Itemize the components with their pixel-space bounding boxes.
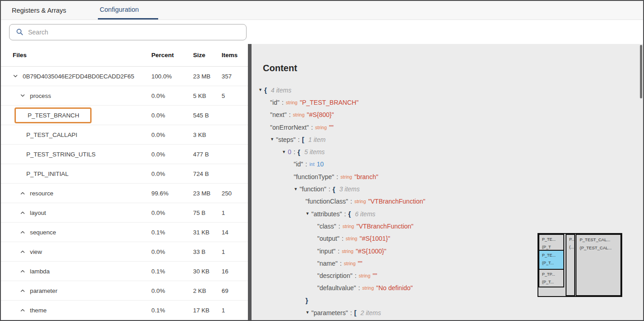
file-name: 0B79D4035046E2FDD4BD0ECADD2F65 — [23, 73, 134, 80]
file-name-cell: 0B79D4035046E2FDD4BD0ECADD2F65 — [1, 73, 134, 80]
file-items: 16 — [222, 268, 228, 275]
panel-divider-scrollbar[interactable] — [248, 44, 252, 320]
file-row-parameter[interactable]: parameter0.0%2 KB69 — [1, 281, 248, 301]
json-row: "onErrorNext":string"" — [252, 121, 643, 133]
json-value: "VTBranchFunction" — [356, 223, 413, 230]
items-count: 6 items — [351, 210, 375, 218]
chevron-up-icon[interactable] — [20, 190, 25, 196]
search-box[interactable] — [9, 24, 247, 40]
collapse-toggle-icon[interactable]: ▼ — [294, 187, 298, 191]
file-name-cell: P_TEST_CALLAPI — [1, 131, 77, 138]
file-percent: 100.0% — [151, 73, 172, 80]
chevron-up-icon[interactable] — [20, 210, 25, 215]
vertical-scrollbar-thumb[interactable] — [640, 45, 642, 98]
column-header-size: Size — [193, 52, 205, 58]
file-row-P_TEST_CALLAPI[interactable]: P_TEST_CALLAPI0.0%3 KB — [1, 125, 248, 145]
json-value: "" — [329, 124, 334, 131]
json-row: ▼0:{5 items — [252, 146, 643, 158]
close-brace: } — [305, 297, 308, 304]
json-key: "parameters" — [311, 309, 348, 316]
file-items: 1 — [222, 209, 225, 216]
file-row-resource[interactable]: resource99.6%23 MB250 — [1, 184, 248, 203]
chevron-up-icon[interactable] — [20, 288, 25, 293]
collapse-toggle-icon[interactable]: ▼ — [282, 150, 286, 154]
file-items: 14 — [222, 229, 228, 236]
file-name-cell: lambda — [1, 268, 50, 275]
file-row-P_TPL_INITIAL[interactable]: P_TPL_INITIAL0.0%724 B — [1, 164, 248, 184]
minimap-node[interactable]: P_TE... (P_T — [538, 234, 564, 251]
json-key: "description" — [317, 272, 353, 279]
json-key: "output" — [317, 235, 339, 242]
minimap-node[interactable]: P... (... — [566, 234, 575, 296]
column-header-items: Items — [222, 52, 237, 58]
json-row: "id":int10 — [252, 158, 643, 170]
json-colon: : — [311, 124, 313, 131]
file-name: theme — [30, 307, 47, 314]
json-row: ▼"function":{3 items — [252, 183, 643, 195]
json-colon: : — [340, 260, 342, 267]
minimap-node[interactable]: P_TEST_CAL... (P_TEST_CAL... — [576, 234, 621, 296]
json-colon: : — [344, 210, 346, 218]
file-percent: 0.0% — [151, 151, 165, 158]
chevron-down-icon[interactable] — [20, 93, 25, 98]
json-key: 0 — [288, 148, 291, 156]
file-size: 2 KB — [193, 287, 206, 294]
file-size: 23 MB — [193, 190, 210, 197]
chevron-up-icon[interactable] — [20, 268, 25, 274]
json-colon: : — [358, 284, 360, 292]
search-input[interactable] — [28, 29, 246, 36]
file-row-theme[interactable]: theme0.1%17 KB1 — [1, 301, 248, 320]
json-value: "P_TEST_BRANCH" — [300, 99, 358, 106]
minimap-node[interactable]: P_TP... (P_T... — [538, 269, 564, 287]
column-header-percent: Percent — [151, 52, 174, 58]
file-name: sequence — [30, 229, 56, 236]
file-name-cell: process — [1, 92, 51, 99]
json-row: "id":string"P_TEST_BRANCH" — [252, 96, 643, 108]
json-value: "No definido" — [376, 284, 413, 292]
tab-configuration[interactable]: Configuration — [98, 1, 158, 19]
json-row: ▼"parameters":[2 items — [252, 306, 643, 319]
json-type-label: string — [344, 261, 356, 266]
file-percent: 0.0% — [151, 248, 165, 255]
json-value: "" — [373, 272, 377, 279]
file-row-lambda[interactable]: lambda0.1%30 KB16 — [1, 262, 248, 281]
minimap-node-selected[interactable]: P_TE... (P_T... — [538, 250, 564, 270]
items-count: 4 items — [267, 87, 291, 94]
json-colon: : — [305, 160, 307, 168]
json-key: "onErrorNext" — [270, 124, 309, 131]
chevron-up-icon[interactable] — [20, 307, 25, 313]
json-type-label: string — [286, 100, 298, 105]
collapse-toggle-icon[interactable]: ▼ — [270, 137, 274, 141]
minimap-node-label: P_TP... — [542, 271, 562, 278]
chevron-up-icon[interactable] — [20, 229, 25, 235]
file-items: 1 — [222, 307, 225, 314]
file-percent: 0.0% — [151, 287, 165, 294]
file-row-view[interactable]: view0.0%33 B1 — [1, 242, 248, 262]
search-icon — [16, 28, 24, 36]
json-type-label: string — [315, 125, 327, 130]
json-key: "steps" — [276, 136, 295, 143]
file-name-cell: sequence — [1, 229, 56, 236]
file-row-sequence[interactable]: sequence0.1%31 KB14 — [1, 223, 248, 242]
flow-minimap[interactable]: P_TE... (P_T P_TE... (P_T... P_TP... (P_… — [537, 233, 622, 297]
collapse-toggle-icon[interactable]: ▼ — [305, 311, 310, 315]
collapse-toggle-icon[interactable]: ▼ — [258, 88, 262, 92]
file-name: parameter — [30, 287, 58, 294]
file-percent: 0.0% — [151, 170, 165, 177]
collapse-toggle-icon[interactable]: ▼ — [305, 212, 310, 216]
file-percent: 0.0% — [151, 131, 165, 138]
file-size: 31 KB — [193, 229, 209, 236]
file-row-P_TEST_BRANCH[interactable]: P_TEST_BRANCH0.0%545 B — [1, 106, 248, 125]
tab-registers-and-arrays[interactable]: Registers & Arrays — [10, 1, 68, 19]
json-colon: : — [350, 309, 352, 316]
file-row-process[interactable]: process0.0%5 KB5 — [1, 86, 248, 106]
chevron-up-icon[interactable] — [20, 249, 25, 254]
chevron-down-icon[interactable] — [13, 73, 18, 79]
file-row-P_TEST_STRING_UTILS[interactable]: P_TEST_STRING_UTILS0.0%477 B — [1, 145, 248, 164]
file-row-0B79D4035046E2FDD4BD0ECADD2F65[interactable]: 0B79D4035046E2FDD4BD0ECADD2F65100.0%23 M… — [1, 67, 248, 86]
file-row-layout[interactable]: layout0.0%75 B1 — [1, 203, 248, 223]
main-area: Files Percent Size Items 0B79D4035046E2F… — [1, 44, 643, 320]
content-heading: Content — [263, 63, 643, 73]
json-type-label: string — [354, 199, 366, 204]
file-name: P_TPL_INITIAL — [26, 170, 68, 177]
